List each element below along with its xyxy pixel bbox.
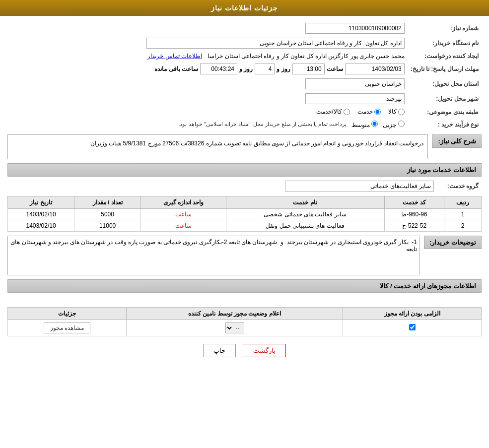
mohlat-days-input[interactable] (255, 64, 275, 74)
elzami-cell (343, 320, 482, 336)
row1-tarikh: 1403/02/10 (8, 208, 74, 220)
row2-vahed: ساعت (141, 220, 226, 231)
tabaghebandi-value: کالا خدمت کالا/خدمت (7, 106, 408, 119)
ostan-label: استان محل تحویل: (408, 76, 482, 91)
alam-cell: -- (126, 320, 343, 336)
mohlat-row: مهلت ارسال پاسخ: تا تاریخ: ساعت روز و رو… (7, 62, 482, 76)
row1-nam: سایر فعالیت های خدماتی شخصی (226, 208, 384, 220)
row2-tarikh: 1403/02/10 (8, 220, 74, 231)
row2-kod: 522-52-ح (384, 220, 444, 231)
radio-kala-khedmat[interactable] (344, 109, 350, 115)
noe-farayand-row: نوع فرآیند خرید : جزیی متوسط پرداخت تمام… (7, 119, 482, 130)
radio-khedmat[interactable] (374, 109, 381, 115)
sharh-value: درخواست انعقاد قرارداد خودرویی و انجام ا… (7, 134, 428, 159)
radio-motavaset-label[interactable]: متوسط (351, 121, 378, 128)
radio-motavaset[interactable] (371, 121, 378, 127)
mohlat-days-label2: روز و (277, 65, 290, 72)
grohe-khedmat-row: گروه خدمت: (7, 179, 482, 193)
radio-kala-label[interactable]: کالا (388, 108, 405, 115)
back-button[interactable]: بازگشت (243, 344, 286, 357)
mohlat-remaining-input[interactable] (200, 64, 237, 74)
print-button[interactable]: چاپ (203, 344, 236, 357)
radio-jezii[interactable] (398, 121, 405, 127)
radio-kala-khedmat-label[interactable]: کالا/خدمت (316, 108, 349, 115)
mojozat-section-header: اطلاعات مجوزهای ارائه خدمت / کالا (7, 279, 482, 293)
row2-tedad: 11000 (74, 220, 141, 231)
ijad-konande-text: محمد حسن جابری پور کارگزین اداره کل تعاو… (208, 53, 404, 60)
spacer (7, 295, 482, 305)
radio-motavaset-text: متوسط (351, 122, 370, 128)
contact-info-link[interactable]: اطلاعات تماس خریدار (147, 53, 202, 60)
mohlat-label: مهلت ارسال پاسخ: تا تاریخ: (408, 62, 482, 76)
col-alam: اعلام وضعیت مجوز توسط نامین کننده (126, 307, 343, 320)
ijad-konande-label: ایجاد کننده درخواست: (408, 51, 482, 62)
row2-radif: 2 (444, 220, 482, 231)
mohlat-date-input[interactable] (345, 64, 405, 74)
col-nam: نام خدمت (226, 196, 384, 208)
permissions-body: -- مشاهده مجوز (8, 320, 482, 336)
noe-farayand-label: نوع فرآیند خرید : (408, 119, 482, 130)
radio-khedmat-text: خدمت (357, 108, 373, 115)
ostan-input[interactable] (305, 78, 405, 89)
row1-tedad: 5000 (74, 208, 141, 220)
radio-jezii-label[interactable]: جزیی (383, 121, 404, 128)
permissions-header-row: الزامی بودن ارائه مجوز اعلام وضعیت مجوز … (8, 307, 482, 320)
nam-dastgah-value (7, 36, 408, 51)
radio-khedmat-label[interactable]: خدمت (357, 108, 381, 115)
ijad-konande-row: ایجاد کننده درخواست: محمد حسن جابری پور … (7, 51, 482, 62)
col-tedad: تعداد / مقدار (74, 196, 141, 208)
radio-kala-text: کالا (388, 108, 397, 115)
table-row: 1 960-96-ط سایر فعالیت های خدماتی شخصی س… (8, 208, 482, 220)
shahr-input[interactable] (305, 93, 405, 104)
mohlat-value: ساعت روز و روز و ساعت باقی مانده (7, 62, 408, 76)
table-row: -- مشاهده مجوز (8, 320, 482, 336)
page-title: جزئیات اطلاعات نیاز (211, 4, 278, 12)
alam-select[interactable]: -- (225, 322, 244, 333)
row1-radif: 1 (444, 208, 482, 220)
grid-header-row: ردیف کد خدمت نام خدمت واحد اندازه گیری ت… (8, 196, 482, 208)
mohlat-remaining-label: ساعت باقی مانده (154, 65, 198, 72)
page-container: جزئیات اطلاعات نیاز شماره نیاز: نام دستگ… (0, 0, 489, 448)
sharh-section: شرح کلی نیاز: درخواست انعقاد قرارداد خود… (7, 134, 482, 159)
mohlat-time-input[interactable] (292, 64, 325, 74)
col-joziyat: جزئیات (8, 307, 127, 320)
tabaghebandi-radio-group: کالا خدمت کالا/خدمت (316, 108, 404, 115)
mohlat-day-label: روز و (239, 65, 253, 72)
content-area: شماره نیاز: نام دستگاه خریدار: ایجاد کنن… (0, 16, 489, 370)
table-row: 2 522-52-ح فعالیت های پشتیبانی حمل ونقل … (8, 220, 482, 231)
shahr-value (7, 91, 408, 106)
process-type-block: جزیی متوسط پرداخت تمام یا بخشی از مبلغ خ… (10, 121, 405, 128)
grohe-khedmat-value (7, 179, 437, 193)
radio-jezii-text: جزیی (383, 122, 396, 128)
noe-farayand-value: جزیی متوسط پرداخت تمام یا بخشی از مبلغ خ… (7, 119, 408, 130)
permissions-header: الزامی بودن ارائه مجوز اعلام وضعیت مجوز … (8, 307, 482, 320)
main-info-table: شماره نیاز: نام دستگاه خریدار: ایجاد کنن… (7, 21, 482, 130)
elzami-checkbox[interactable] (409, 324, 416, 330)
tabaghebandi-label: طبقه بندی موضوعی: (408, 106, 482, 119)
services-grid: ردیف کد خدمت نام خدمت واحد اندازه گیری ت… (7, 196, 482, 232)
farayand-note: پرداخت تمام یا بخشی از مبلغ خریداز محل "… (178, 121, 347, 128)
col-radif: ردیف (444, 196, 482, 208)
khadamat-section-header: اطلاعات خدمات مورد نیاز (7, 163, 482, 177)
view-mojoz-button[interactable]: مشاهده مجوز (44, 322, 90, 333)
grohe-khedmat-input[interactable] (285, 181, 434, 192)
permissions-table: الزامی بودن ارائه مجوز اعلام وضعیت مجوز … (7, 307, 482, 336)
col-tarikh: تاریخ نیاز (8, 196, 74, 208)
shomara-niaz-label: شماره نیاز: (408, 21, 482, 36)
grohe-khedmat-table: گروه خدمت: (7, 179, 482, 193)
shahr-row: شهر محل تحویل: (7, 91, 482, 106)
nam-dastgah-label: نام دستگاه خریدار: (408, 36, 482, 51)
mohlat-block: ساعت روز و روز و ساعت باقی مانده (10, 64, 405, 74)
ijad-konande-value: محمد حسن جابری پور کارگزین اداره کل تعاو… (7, 51, 408, 62)
sharh-header: شرح کلی نیاز: (432, 134, 482, 148)
tosihaat-textarea[interactable]: 1- بکار گیری خودروی استیجاری در شهرستان … (7, 236, 420, 275)
nam-dastgah-input[interactable] (146, 38, 405, 49)
grohe-khedmat-label: گروه خدمت: (437, 179, 482, 193)
shomara-niaz-row: شماره نیاز: (7, 21, 482, 36)
button-bar: بازگشت چاپ (7, 344, 482, 357)
radio-kala[interactable] (398, 109, 405, 115)
shomara-niaz-input[interactable] (305, 23, 405, 34)
services-grid-header: ردیف کد خدمت نام خدمت واحد اندازه گیری ت… (8, 196, 482, 208)
joziyat-cell: مشاهده مجوز (8, 320, 127, 336)
ostan-row: استان محل تحویل: (7, 76, 482, 91)
